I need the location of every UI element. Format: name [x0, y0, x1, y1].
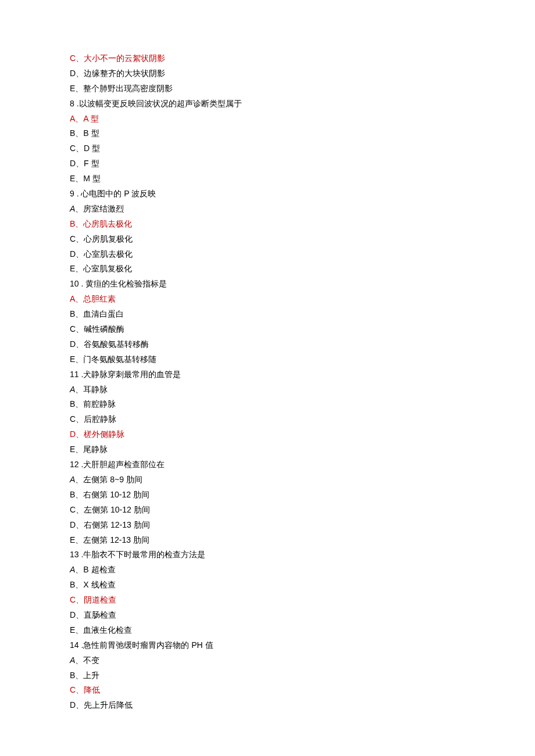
text-line: C、降低 [70, 683, 465, 698]
text-line: D、先上升后降低 [70, 698, 465, 713]
text-line: A、房室结激烈 [70, 202, 465, 217]
document-content: C、大小不一的云絮状阴影D、边缘整齐的大块状阴影E、整个肺野出现高密度阴影8 .… [70, 51, 465, 713]
text-line: D、直肠检查 [70, 608, 465, 623]
text-line: A、B 超检查 [70, 562, 465, 578]
line-prefix: A [70, 204, 75, 213]
line-text: 、房室结激烈 [75, 204, 124, 213]
text-line: 14 .急性前胃弛缓时瘤胃内容物的 PH 值 [70, 638, 465, 653]
text-line: A、总胆红素 [70, 292, 465, 307]
text-line: D、槎外侧静脉 [70, 427, 465, 442]
line-prefix: A [70, 475, 75, 484]
text-line: A、耳静脉 [70, 382, 465, 397]
line-text: 、B 超检查 [75, 565, 115, 574]
text-line: C、大小不一的云絮状阴影 [70, 51, 465, 66]
text-line: E、整个肺野出现高密度阴影 [70, 81, 465, 96]
text-line: B、血清白蛋白 [70, 307, 465, 322]
line-text: 、耳静脉 [75, 385, 108, 394]
text-line: B、X 线检查 [70, 578, 465, 593]
text-line: A、A 型 [70, 112, 465, 127]
text-line: 13 .牛胎衣不下时最常用的检查方法是 [70, 547, 465, 562]
text-line: D、边缘整齐的大块状阴影 [70, 66, 465, 81]
text-line: D、F 型 [70, 156, 465, 171]
line-text: 、左侧第 8~9 肋间 [75, 475, 142, 484]
text-line: C、阴道检查 [70, 593, 465, 608]
text-line: B、心房肌去极化 [70, 217, 465, 232]
text-line: 11 .犬静脉穿刺最常用的血管是 [70, 367, 465, 382]
text-line: D、谷氨酸氨基转移酶 [70, 337, 465, 352]
text-line: C、D 型 [70, 141, 465, 156]
text-line: 8 .以波幅变更反映回波状况的超声诊断类型属于 [70, 96, 465, 112]
text-line: 9 . 心电图中的 P 波反映 [70, 187, 465, 202]
line-text: 、不变 [75, 655, 99, 665]
text-line: B、右侧第 10-12 肋间 [70, 488, 465, 503]
text-line: B、B 型 [70, 126, 465, 141]
text-line: C、心房肌复极化 [70, 232, 465, 247]
text-line: A、左侧第 8~9 肋间 [70, 472, 465, 488]
text-line: E、血液生化检查 [70, 623, 465, 638]
text-line: D、右侧第 12-13 肋间 [70, 518, 465, 533]
text-line: B、前腔静脉 [70, 397, 465, 412]
text-line: E、心室肌复极化 [70, 261, 465, 277]
text-line: E、M 型 [70, 171, 465, 187]
line-prefix: A [70, 385, 75, 394]
line-prefix: A [70, 655, 75, 665]
text-line: 12 .犬肝胆超声检查部位在 [70, 457, 465, 472]
text-line: C、左侧第 10-12 肋间 [70, 503, 465, 518]
text-line: 10 . 黄疸的生化检验指标是 [70, 277, 465, 292]
text-line: E、门冬氨酸氨基转移随 [70, 352, 465, 367]
text-line: D、心室肌去极化 [70, 247, 465, 262]
text-line: B、上升 [70, 668, 465, 683]
text-line: E、尾静脉 [70, 442, 465, 457]
text-line: C、碱性磷酸酶 [70, 322, 465, 337]
text-line: C、后腔静脉 [70, 412, 465, 427]
line-prefix: A [70, 565, 75, 574]
text-line: E、左侧第 12-13 肋间 [70, 533, 465, 548]
text-line: A、不变 [70, 653, 465, 668]
